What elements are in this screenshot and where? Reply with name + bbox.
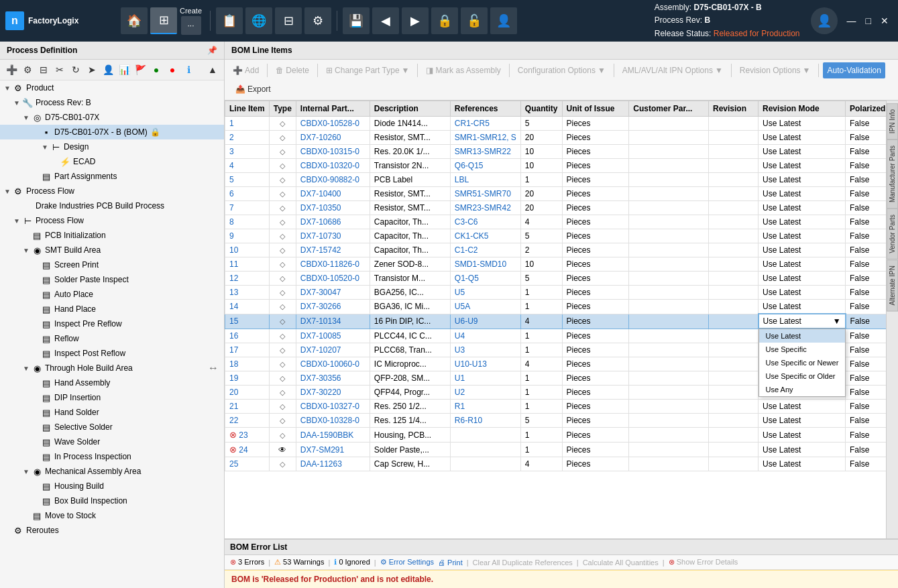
tree-item-th-area[interactable]: ▼ ◉ Through Hole Build Area ↔	[0, 361, 224, 375]
tree-item-move-stock[interactable]: ▤ Move to Stock	[0, 508, 224, 523]
tree-item-solder-paste[interactable]: ▤ Solder Paste Inspect	[0, 272, 224, 287]
tree-item-reroutes[interactable]: ⚙ Reroutes	[0, 523, 224, 538]
table-row[interactable]: 21◇CBDX0-10327-0Res. 250 1/2...R11Pieces…	[225, 400, 898, 414]
tree-item-in-process[interactable]: ▤ In Process Inspection	[0, 449, 224, 464]
show-error-details-link[interactable]: ⊗ Show Error Details	[669, 558, 738, 567]
green-icon[interactable]: ●	[149, 62, 164, 77]
globe-button[interactable]: 🌐	[245, 7, 272, 34]
table-row[interactable]: 7◇DX7-10350Resistor, SMT...SMR23-SMR4220…	[225, 201, 898, 215]
tree-item-box-build[interactable]: ▤ Box Build Inspection	[0, 493, 224, 508]
forward-button[interactable]: ▶	[402, 7, 429, 34]
tree-item-selective-solder[interactable]: ▤ Selective Solder	[0, 420, 224, 434]
tree-item-screen-print[interactable]: ▤ Screen Print	[0, 257, 224, 272]
dropdown-option-use-any[interactable]: Use Any	[759, 383, 846, 396]
tree-item-inspect-pre[interactable]: ▤ Inspect Pre Reflow	[0, 316, 224, 331]
tree-item-smt-area[interactable]: ▼ ◉ SMT Build Area	[0, 243, 224, 257]
table-button[interactable]: ⊟	[275, 7, 302, 34]
save-button[interactable]: 💾	[343, 7, 370, 34]
table-row[interactable]: 15◇DX7-1013416 Pin DIP, IC...U6-U94Piece…	[225, 314, 898, 329]
dropdown-option-use-specific-or-older[interactable]: Use Specific or Older	[759, 369, 846, 383]
tree-item-pf-node[interactable]: ▼ ⊢ Process Flow	[0, 213, 224, 228]
tree-item-hand-solder[interactable]: ▤ Hand Solder	[0, 405, 224, 420]
refresh-icon[interactable]: ↻	[68, 62, 83, 77]
tree-item-process-rev-b[interactable]: ▼ 🔧 Process Rev: B	[0, 95, 224, 110]
dropdown-option-use-specific-or-newer[interactable]: Use Specific or Newer	[759, 356, 846, 369]
auto-validation-button[interactable]: Auto-Validation	[823, 62, 885, 78]
back-button[interactable]: ◀	[372, 7, 399, 34]
tree-item-dip-insert[interactable]: ▤ DIP Insertion	[0, 390, 224, 405]
mark-assembly-button[interactable]: ◨ Mark as Assembly	[422, 62, 504, 78]
tree-item-auto-place[interactable]: ▤ Auto Place	[0, 287, 224, 302]
delete-button[interactable]: 🗑 Delete	[272, 62, 313, 78]
close-button[interactable]: ✕	[877, 14, 893, 27]
tree-item-d75[interactable]: ▼ ◎ D75-CB01-07X	[0, 110, 224, 125]
table-row[interactable]: 9◇DX7-10730Capacitor, Th...CK1-CK55Piece…	[225, 229, 898, 243]
minimize-button[interactable]: —	[843, 14, 860, 27]
dropdown-option-use-specific[interactable]: Use Specific	[759, 343, 846, 356]
maximize-button[interactable]: □	[862, 14, 875, 27]
tree-item-ecad[interactable]: ⚡ ECAD	[0, 154, 224, 169]
table-row[interactable]: 3◇CBDX0-10315-0Res. 20.0K 1/...SMR13-SMR…	[225, 145, 898, 159]
red-icon[interactable]: ●	[165, 62, 180, 77]
person-icon[interactable]: 👤	[101, 62, 115, 77]
tree-item-product[interactable]: ▼ ⚙ Product	[0, 80, 224, 95]
arrow-icon[interactable]: ➤	[85, 62, 99, 77]
info-icon[interactable]: ℹ	[181, 62, 196, 77]
chart-icon[interactable]: 📊	[117, 62, 131, 77]
table-row[interactable]: 12◇CBDX0-10520-0Transistor M...Q1-Q55Pie…	[225, 272, 898, 286]
pin-icon[interactable]: 📌	[207, 46, 217, 55]
tree-item-pf-desc[interactable]: Drake Industries PCB Build Process	[0, 198, 224, 213]
tree-item-wave-solder[interactable]: ▤ Wave Solder	[0, 434, 224, 449]
error-settings-link[interactable]: ⚙ Error Settings	[380, 558, 434, 567]
side-tab-ipn-info[interactable]: IPN Info	[887, 103, 898, 139]
export-button[interactable]: 📤 Export	[231, 81, 275, 97]
dropdown-option-use-latest[interactable]: Use Latest	[759, 329, 846, 343]
table-row[interactable]: 14◇DX7-30266BGA36, IC Mi...U5A1PiecesUse…	[225, 300, 898, 314]
lock-button[interactable]: 🔒	[431, 7, 458, 34]
aml-options-button[interactable]: AML/AVL/Alt IPN Options ▼	[618, 62, 727, 78]
table-row[interactable]: 2◇DX7-10260Resistor, SMT...SMR1-SMR12, S…	[225, 131, 898, 145]
change-part-type-button[interactable]: ⊞ Change Part Type ▼	[322, 62, 413, 78]
home-button[interactable]: 🏠	[121, 7, 148, 34]
flag-icon[interactable]: 🚩	[133, 62, 148, 77]
table-row[interactable]: 6◇DX7-10400Resistor, SMT...SMR51-SMR7020…	[225, 187, 898, 201]
cell-revision-mode[interactable]: Use Latest▼	[759, 314, 846, 329]
lock2-button[interactable]: 🔓	[461, 7, 488, 34]
table-row[interactable]: 25◇DAA-11263Cap Screw, H...4PiecesUse La…	[225, 457, 898, 471]
table-row[interactable]: 1◇CBDX0-10528-0Diode 1N414...CR1-CR55Pie…	[225, 117, 898, 131]
tree-item-hand-place[interactable]: ▤ Hand Place	[0, 302, 224, 316]
tree-item-design[interactable]: ▼ ⊢ Design	[0, 139, 224, 154]
calculate-quantities-link[interactable]: Calculate All Quantities	[583, 558, 659, 567]
cut-icon[interactable]: ✂	[52, 62, 67, 77]
table-row[interactable]: 22◇CBDX0-10328-0Res. 125 1/4...R6-R105Pi…	[225, 414, 898, 428]
user-assign-button[interactable]: 👤	[490, 7, 517, 34]
tree-item-inspect-post[interactable]: ▤ Inspect Post Reflow	[0, 346, 224, 361]
tree-item-pcb-init[interactable]: ▤ PCB Initialization	[0, 228, 224, 243]
up-arrow-icon[interactable]: ▲	[205, 62, 220, 77]
table-row[interactable]: 5◇CBDX0-90882-0PCB LabelLBL1PiecesUse La…	[225, 173, 898, 187]
create-button[interactable]: ···	[181, 16, 201, 35]
table-row[interactable]: 10◇DX7-15742Capacitor, Th...C1-C22Pieces…	[225, 243, 898, 257]
settings-button[interactable]: ⚙	[304, 7, 331, 34]
rev-mode-dropdown-arrow[interactable]: ▼	[833, 316, 841, 326]
add-button[interactable]: ➕ Add	[229, 62, 263, 78]
table-row[interactable]: ⊗ 24👁DX7-SM291Solder Paste,...1PiecesUse…	[225, 443, 898, 457]
table-row[interactable]: 11◇CBDX0-11826-0Zener SOD-8...SMD1-SMD10…	[225, 257, 898, 272]
clipboard-button[interactable]: 📋	[216, 7, 243, 34]
user-avatar-button[interactable]: 👤	[811, 7, 838, 34]
gear2-icon[interactable]: ⚙	[20, 62, 35, 77]
table-row[interactable]: ⊗ 23◇DAA-1590BBKHousing, PCB...1PiecesUs…	[225, 428, 898, 443]
side-tab-manufacturer-parts[interactable]: Manufacturer Parts	[887, 139, 898, 209]
table-row[interactable]: 4◇CBDX0-10320-0Transistor 2N...Q6-Q1510P…	[225, 159, 898, 173]
tree-item-bom[interactable]: ▪ D75-CB01-07X - B (BOM) 🔒	[0, 125, 224, 139]
print-link[interactable]: 🖨 Print	[438, 558, 463, 567]
revision-options-button[interactable]: Revision Options ▼	[736, 62, 815, 78]
tree-item-process-flow[interactable]: ▼ ⚙ Process Flow	[0, 184, 224, 198]
add-icon[interactable]: ➕	[4, 62, 19, 77]
tree-item-hand-assembly[interactable]: ▤ Hand Assembly	[0, 375, 224, 390]
tree-item-housing-build[interactable]: ▤ Housing Build	[0, 479, 224, 493]
config-options-button[interactable]: Configuration Options ▼	[514, 62, 610, 78]
clear-duplicates-link[interactable]: Clear All Duplicate References	[473, 558, 573, 567]
tree-item-mech-area[interactable]: ▼ ◉ Mechanical Assembly Area	[0, 464, 224, 479]
side-tab-alternate-ipn[interactable]: Alternate IPN	[887, 259, 898, 311]
